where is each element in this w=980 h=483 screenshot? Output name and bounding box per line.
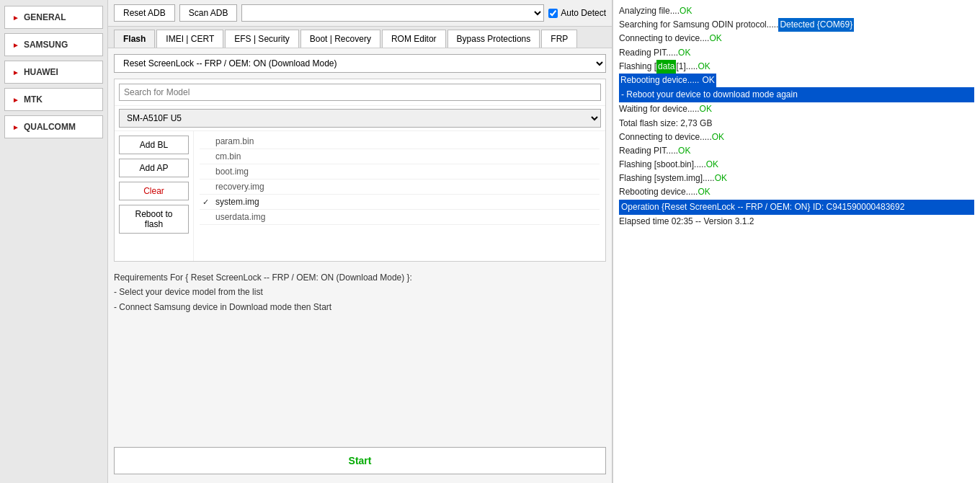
flash-file-item: ✓system.img: [200, 195, 600, 210]
log-text-part: Rebooting device.....: [619, 74, 700, 87]
sidebar-label: GENERAL: [24, 12, 66, 22]
sidebar-label: QUALCOMM: [24, 122, 76, 132]
log-text-part: OK: [715, 172, 727, 185]
log-line: Rebooting device.....OK: [619, 185, 974, 199]
sidebar-item-huawei[interactable]: ►HUAWEI: [4, 61, 103, 84]
operation-row: Reset ScreenLock -- FRP / OEM: ON (Downl…: [114, 54, 606, 73]
sidebar-item-mtk[interactable]: ►MTK: [4, 88, 103, 111]
port-select[interactable]: [241, 4, 544, 22]
log-text-part: Rebooting device.....: [619, 185, 698, 199]
requirements-title: Requirements For { Reset ScreenLock -- F…: [114, 270, 606, 285]
log-text-part: Flashing [system.img].....: [619, 172, 715, 185]
auto-detect-wrap: Auto Detect: [548, 8, 606, 18]
auto-detect-checkbox[interactable]: [548, 9, 558, 18]
main-panel: Reset ADB Scan ADB Auto Detect FlashIMEI…: [108, 0, 612, 483]
log-line: Waiting for device.....OK: [619, 102, 974, 116]
log-text-part: Flashing [sboot.bin].....: [619, 158, 706, 172]
start-button[interactable]: Start: [114, 447, 606, 474]
operation-select[interactable]: Reset ScreenLock -- FRP / OEM: ON (Downl…: [114, 54, 606, 73]
log-line: Operation {Reset ScreenLock -- FRP / OEM…: [619, 200, 974, 215]
tab-frp[interactable]: FRP: [541, 30, 577, 48]
sidebar-label: MTK: [24, 94, 43, 105]
scan-adb-button[interactable]: Scan ADB: [179, 4, 238, 22]
file-name: param.bin: [215, 136, 254, 146]
requirements-section: Requirements For { Reset ScreenLock -- F…: [114, 267, 606, 317]
clear-button[interactable]: Clear: [119, 182, 189, 200]
file-name: boot.img: [215, 167, 249, 177]
flash-container: SM-A510F U5 Add BL Add AP Clear Reboot t…: [114, 79, 606, 262]
reboot-flash-button[interactable]: Reboot to flash: [119, 205, 189, 234]
log-text-part: OK: [706, 158, 718, 172]
spacer: [114, 323, 606, 438]
arrow-icon: ►: [12, 41, 19, 49]
sidebar-item-qualcomm[interactable]: ►QUALCOMM: [4, 115, 103, 138]
tab-flash[interactable]: Flash: [114, 30, 155, 48]
file-name: userdata.img: [215, 212, 265, 222]
flash-file-item: param.bin: [200, 134, 600, 149]
file-name: recovery.img: [215, 182, 264, 192]
log-text-part: OK: [700, 102, 712, 116]
log-text-part: Operation {Reset ScreenLock -- FRP / OEM…: [619, 200, 974, 215]
reset-adb-button[interactable]: Reset ADB: [114, 4, 175, 22]
sidebar-label: SAMSUNG: [24, 40, 68, 50]
log-text-part: Reading PIT.....: [619, 46, 678, 60]
sidebar-item-samsung[interactable]: ►SAMSUNG: [4, 33, 103, 56]
log-panel: Analyzing file....OKSearching for Samsun…: [612, 0, 980, 483]
sidebar: ►GENERAL►SAMSUNG►HUAWEI►MTK►QUALCOMM: [0, 0, 108, 483]
log-text-part: Waiting for device.....: [619, 102, 700, 116]
sidebar-label: HUAWEI: [24, 67, 58, 77]
toolbar: Reset ADB Scan ADB Auto Detect: [108, 0, 612, 27]
log-line: Reading PIT.....OK: [619, 144, 974, 158]
log-text-part: Elapsed time 02:35 -- Version 3.1.2: [619, 215, 754, 229]
tab-boot---recovery[interactable]: Boot | Recovery: [300, 30, 380, 48]
add-ap-button[interactable]: Add AP: [119, 159, 189, 177]
log-line: Elapsed time 02:35 -- Version 3.1.2: [619, 215, 974, 229]
flash-file-item: userdata.img: [200, 210, 600, 225]
model-select-row: SM-A510F U5: [115, 106, 605, 131]
log-text-part: OK: [712, 130, 724, 144]
model-select[interactable]: SM-A510F U5: [119, 109, 601, 128]
tab-bypass-protections[interactable]: Bypass Protections: [447, 30, 540, 48]
log-text-part: OK: [678, 46, 690, 60]
model-search-input[interactable]: [119, 84, 601, 101]
log-text-part: Reading PIT.....: [619, 144, 678, 158]
requirements-line-2: - Connect Samsung device in Download mod…: [114, 300, 606, 314]
log-line: Connecting to device.....OK: [619, 130, 974, 144]
log-text-part: OK: [698, 60, 710, 74]
arrow-icon: ►: [12, 96, 19, 104]
log-line: Flashing [system.img].....OK: [619, 172, 974, 185]
log-line: Connecting to device....OK: [619, 32, 974, 45]
sidebar-item-general[interactable]: ►GENERAL: [4, 6, 103, 29]
log-line: Flashing [data[1].....OK: [619, 60, 974, 74]
tab-efs---security[interactable]: EFS | Security: [225, 30, 298, 48]
log-text-part: OK: [680, 4, 692, 18]
log-text-part: Connecting to device....: [619, 32, 709, 45]
flash-body: Add BL Add AP Clear Reboot to flash para…: [115, 131, 605, 261]
log-line: Flashing [sboot.bin].....OK: [619, 158, 974, 172]
tab-imei---cert[interactable]: IMEI | CERT: [156, 30, 223, 48]
log-text-part: Searching for Samsung ODIN protocol.....: [619, 18, 778, 32]
log-text-part: - Reboot your device to download mode ag…: [619, 87, 974, 102]
log-line: Reading PIT.....OK: [619, 46, 974, 60]
flash-search-area: [115, 79, 605, 106]
log-line: Searching for Samsung ODIN protocol.....…: [619, 18, 974, 32]
log-text-part: Total flash size: 2,73 GB: [619, 117, 712, 130]
arrow-icon: ►: [12, 14, 19, 22]
arrow-icon: ►: [12, 123, 19, 131]
flash-files-list: param.bincm.binboot.imgrecovery.img✓syst…: [194, 131, 605, 261]
flash-actions: Add BL Add AP Clear Reboot to flash: [115, 131, 194, 261]
log-text-part: data: [656, 60, 676, 74]
log-text-part: OK: [698, 185, 710, 199]
file-check-icon: ✓: [202, 198, 211, 207]
log-text-part: Analyzing file....: [619, 4, 680, 18]
log-text-part: [1].....: [676, 60, 698, 74]
tab-rom-editor[interactable]: ROM Editor: [382, 30, 446, 48]
log-text-part: OK: [678, 144, 690, 158]
log-line: Total flash size: 2,73 GB: [619, 117, 974, 130]
requirements-line-1: - Select your device model from the list: [114, 285, 606, 299]
log-text-part: OK: [709, 32, 721, 45]
add-bl-button[interactable]: Add BL: [119, 136, 189, 154]
tab-bar: FlashIMEI | CERTEFS | SecurityBoot | Rec…: [108, 27, 612, 48]
file-name: system.img: [215, 197, 259, 207]
auto-detect-label: Auto Detect: [561, 8, 606, 18]
